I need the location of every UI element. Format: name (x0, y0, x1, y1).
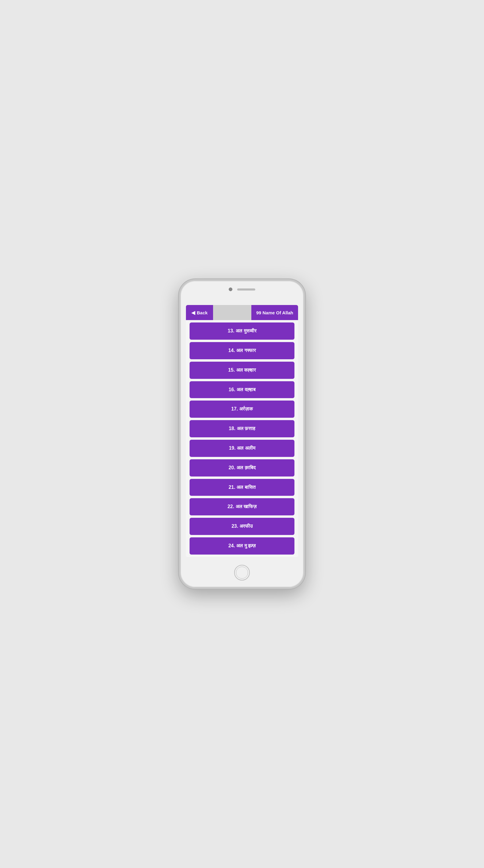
phone-screen: ◀ Back 99 Name Of Allah 13. अल मुसव्वीर1… (186, 305, 298, 557)
name-list-item-17[interactable]: 17. अर्रज़ाक (189, 401, 295, 418)
back-label: Back (197, 310, 208, 315)
name-list-item-19[interactable]: 19. अल अलीम (189, 440, 295, 457)
name-list-item-24[interactable]: 24. अल मु इज़्ज़ (189, 537, 295, 555)
phone-camera (229, 287, 232, 291)
phone-device: ◀ Back 99 Name Of Allah 13. अल मुसव्वीर1… (179, 279, 305, 589)
name-list-item-21[interactable]: 21. अल बासित (189, 479, 295, 496)
name-list-item-16[interactable]: 16. अल वह्हाब (189, 381, 295, 398)
header: ◀ Back 99 Name Of Allah (186, 305, 298, 320)
home-button[interactable] (234, 565, 250, 581)
back-arrow-icon: ◀ (191, 310, 195, 315)
name-list-item-13[interactable]: 13. अल मुसव्वीर (189, 322, 295, 340)
names-list: 13. अल मुसव्वीर14. अल गफ्फार15. अल कह्हा… (186, 320, 298, 557)
header-title: 99 Name Of Allah (251, 305, 298, 320)
name-list-item-22[interactable]: 22. अल खाफिज़ (189, 498, 295, 516)
name-list-item-23[interactable]: 23. अरफीउ (189, 518, 295, 535)
name-list-item-15[interactable]: 15. अल कह्हार (189, 362, 295, 379)
back-button[interactable]: ◀ Back (186, 305, 213, 320)
name-list-item-14[interactable]: 14. अल गफ्फार (189, 342, 295, 359)
phone-top-bar (229, 287, 255, 291)
name-list-item-20[interactable]: 20. अल क़ाबिद (189, 459, 295, 476)
home-button-inner (236, 567, 248, 579)
name-list-item-18[interactable]: 18. अल फ़त्ताह (189, 420, 295, 437)
header-spacer (213, 305, 251, 320)
phone-speaker (237, 288, 255, 290)
